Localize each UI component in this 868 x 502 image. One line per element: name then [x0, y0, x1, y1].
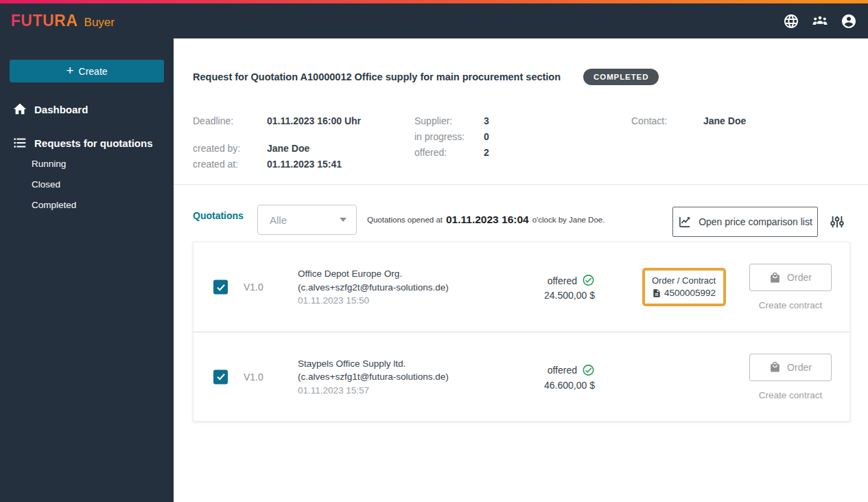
row-checkbox[interactable]	[213, 280, 228, 295]
contact-label: Contact:	[631, 115, 667, 126]
status-badge: COMPLETED	[583, 69, 659, 85]
supplier-name: Office Depot Europe Org.	[298, 267, 449, 281]
quotations-section-label: Quotations	[193, 210, 244, 221]
create-button[interactable]: + Create	[10, 60, 164, 82]
supplier-count-value: 3	[484, 115, 489, 126]
contact-value: Jane Doe	[703, 115, 746, 126]
order-button-label: Order	[787, 362, 812, 373]
brand-name: FUTURA	[11, 12, 78, 30]
check-circle-icon	[582, 274, 595, 287]
offer-status-block: offered 24.500,00 $	[513, 274, 595, 301]
shopping-bag-icon	[769, 361, 781, 373]
page-title: Request for Quotation A10000012 Office s…	[193, 71, 561, 82]
opened-suffix: o'clock by Jane Doe.	[532, 216, 605, 224]
app-header: FUTURA Buyer	[0, 3, 868, 38]
order-contract-label: Order / Contract	[652, 275, 718, 286]
opened-prefix: Quotations opened at	[367, 216, 443, 224]
offer-price: 46.600,00 $	[513, 379, 595, 390]
users-group-icon[interactable]	[812, 13, 828, 30]
sidebar-item-closed[interactable]: Closed	[32, 179, 60, 190]
globe-icon[interactable]	[783, 13, 799, 30]
order-contract-number: 4500005992	[664, 288, 716, 298]
check-icon	[215, 282, 226, 293]
created-at-value: 01.11.2023 15:41	[267, 159, 342, 170]
home-icon	[12, 102, 27, 117]
quotations-filter-select[interactable]: Alle	[257, 205, 357, 235]
row-checkbox[interactable]	[213, 369, 228, 384]
offered-count-label: offered:	[414, 147, 447, 158]
supplier-info: Staypels Office Supply ltd. (c.alves+szf…	[298, 356, 449, 397]
header-icons	[783, 13, 857, 30]
offer-price: 24.500,00 $	[513, 290, 595, 301]
check-icon	[215, 372, 226, 383]
document-icon	[652, 288, 661, 298]
sidebar: + Create Dashboard Requests for quotatio…	[0, 38, 174, 502]
check-circle-icon	[582, 363, 595, 376]
list-icon	[12, 135, 27, 150]
quotations-panel: V1.0 Office Depot Europe Org. (c.alves+s…	[193, 242, 850, 422]
line-chart-icon	[678, 215, 692, 229]
sidebar-item-label: Dashboard	[34, 104, 88, 115]
supplier-count-label: Supplier:	[414, 115, 452, 126]
order-button[interactable]: Order	[749, 354, 832, 381]
create-contract-link[interactable]: Create contract	[759, 300, 822, 310]
quotation-date: 01.11.2023 15:50	[298, 294, 449, 308]
quotations-filter-value: Alle	[270, 214, 340, 226]
sidebar-item-running[interactable]: Running	[32, 159, 66, 169]
sidebar-item-completed[interactable]: Completed	[32, 200, 76, 210]
filter-sliders-icon[interactable]	[830, 214, 845, 229]
offer-status-text: offered	[548, 275, 577, 286]
order-button[interactable]: Order	[749, 264, 832, 291]
chevron-down-icon	[340, 218, 347, 222]
supplier-info: Office Depot Europe Org. (c.alves+szfg2t…	[298, 267, 449, 308]
brand-logo: FUTURA Buyer	[11, 12, 115, 30]
supplier-email: (c.alves+szfg1t@futura-solutions.de)	[298, 370, 449, 384]
supplier-name: Staypels Office Supply ltd.	[298, 356, 449, 370]
offer-status-text: offered	[548, 365, 577, 376]
order-actions: Order Create contract	[749, 264, 832, 310]
in-progress-label: in progress:	[414, 131, 465, 142]
quotation-row: V1.0 Office Depot Europe Org. (c.alves+s…	[193, 242, 849, 332]
quotation-version: V1.0	[244, 282, 263, 293]
quotation-row: V1.0 Staypels Office Supply ltd. (c.alve…	[193, 332, 849, 421]
created-by-value: Jane Doe	[267, 143, 309, 154]
offer-status-block: offered 46.600,00 $	[513, 363, 595, 390]
main-content: Request for Quotation A10000012 Office s…	[174, 38, 868, 502]
quotation-version: V1.0	[244, 372, 263, 383]
quotation-date: 01.11.2023 15:57	[298, 383, 449, 397]
plus-icon: +	[66, 64, 73, 77]
app-window: FUTURA Buyer + Create	[0, 0, 868, 502]
supplier-email: (c.alves+szfg2t@futura-solutions.de)	[298, 280, 449, 294]
open-price-comparison-button[interactable]: Open price comparison list	[672, 207, 818, 237]
quotations-opened-text: Quotations opened at 01.11.2023 16:04 o'…	[367, 205, 605, 235]
order-button-label: Order	[787, 272, 812, 283]
section-divider	[174, 184, 868, 185]
order-contract-highlight-box[interactable]: Order / Contract 4500005992	[642, 268, 726, 306]
deadline-label: Deadline:	[193, 115, 233, 126]
created-by-label: created by:	[193, 143, 240, 154]
sidebar-item-label: Requests for quotations	[34, 137, 153, 149]
open-price-comparison-label: Open price comparison list	[699, 216, 812, 227]
account-icon[interactable]	[841, 13, 857, 30]
shopping-bag-icon	[769, 272, 781, 284]
offered-count-value: 2	[484, 147, 489, 158]
created-at-label: created at:	[193, 159, 238, 170]
order-actions: Order Create contract	[749, 354, 832, 400]
sidebar-item-requests-for-quotations[interactable]: Requests for quotations	[0, 131, 174, 155]
opened-time: 01.11.2023 16:04	[446, 214, 529, 226]
brand-suffix: Buyer	[84, 16, 115, 30]
sidebar-item-dashboard[interactable]: Dashboard	[0, 98, 174, 121]
create-button-label: Create	[79, 66, 108, 77]
in-progress-value: 0	[484, 131, 489, 142]
create-contract-link[interactable]: Create contract	[759, 390, 822, 400]
deadline-value: 01.11.2023 16:00 Uhr	[267, 115, 361, 126]
